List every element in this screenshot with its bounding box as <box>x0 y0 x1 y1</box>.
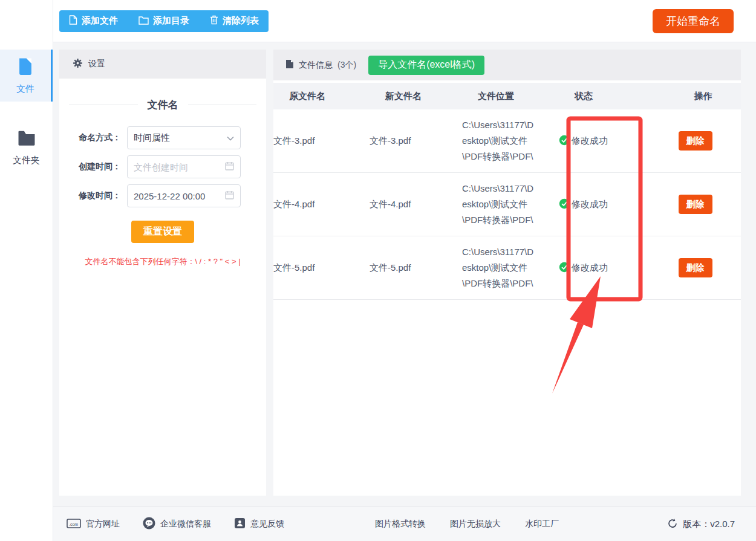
start-rename-button[interactable]: 开始重命名 <box>653 9 734 33</box>
status-badge: 修改成功 <box>559 198 650 211</box>
creation-time-label: 创建时间： <box>79 161 121 172</box>
gear-icon <box>73 58 83 70</box>
section-title: 文件名 <box>148 98 178 112</box>
check-circle-icon <box>559 135 570 147</box>
wechat-service-link[interactable]: 企业微信客服 <box>143 517 211 531</box>
col-header-status: 状态 <box>575 91 665 102</box>
settings-panel-header: 设置 <box>59 50 266 79</box>
file-location: C:\Users\31177\Desktop\测试文件\PDF转换器\PDF\ <box>462 117 535 164</box>
new-filename: 文件-5.pdf <box>370 262 462 274</box>
col-header-location: 文件位置 <box>478 91 575 102</box>
import-filenames-button[interactable]: 导入文件名(excel格式) <box>368 56 484 75</box>
file-info-header: 文件信息 (3个) 导入文件名(excel格式) <box>273 50 741 80</box>
table-row: 文件-4.pdf 文件-4.pdf C:\Users\31177\Desktop… <box>273 173 741 236</box>
file-location: C:\Users\31177\Desktop\测试文件\PDF转换器\PDF\ <box>462 244 535 291</box>
content-column: 添加文件 添加目录 清除列表 <box>53 0 756 541</box>
original-filename: 文件-5.pdf <box>273 262 370 274</box>
image-upscale-link[interactable]: 图片无损放大 <box>450 519 501 530</box>
wechat-service-icon <box>143 517 155 531</box>
col-header-action: 操作 <box>665 91 741 102</box>
calendar-icon[interactable] <box>225 190 234 202</box>
modified-time-input[interactable] <box>134 191 221 201</box>
file-table-panel: 文件信息 (3个) 导入文件名(excel格式) 原文件名 新文件名 文件位置 … <box>273 50 741 496</box>
toolbar-button-group: 添加文件 添加目录 清除列表 <box>59 10 269 32</box>
add-file-button[interactable]: 添加文件 <box>69 15 118 27</box>
modified-time-field <box>127 184 241 207</box>
naming-method-select[interactable]: 时间属性 <box>127 126 241 149</box>
file-icon <box>15 56 36 79</box>
feedback-icon <box>234 517 246 531</box>
refresh-icon[interactable] <box>667 518 678 531</box>
top-toolbar: 添加文件 添加目录 清除列表 <box>53 0 756 42</box>
reset-settings-button[interactable]: 重置设置 <box>131 221 194 243</box>
footer: .com 官方网址 <box>53 507 756 541</box>
folder-icon <box>138 16 149 27</box>
filename-warning-text: 文件名不能包含下列任何字符：\ / : * ? " < > | <box>59 256 266 267</box>
status-badge: 修改成功 <box>559 262 650 274</box>
original-filename: 文件-3.pdf <box>273 135 370 147</box>
clear-list-button[interactable]: 清除列表 <box>210 15 259 27</box>
status-badge: 修改成功 <box>559 135 650 147</box>
folder-icon <box>16 128 37 151</box>
settings-body: 文件名 命名方式： 时间属性 <box>59 79 266 267</box>
filename-section-heading: 文件名 <box>69 98 256 112</box>
image-convert-link[interactable]: 图片格式转换 <box>375 519 426 530</box>
footer-tool-links: 图片格式转换 图片无损放大 水印工厂 <box>375 519 559 530</box>
settings-panel: 设置 文件名 命名方式： 时间属性 <box>59 50 266 496</box>
add-directory-button[interactable]: 添加目录 <box>138 15 189 27</box>
table-header-row: 原文件名 新文件名 文件位置 状态 操作 <box>273 83 741 109</box>
check-circle-icon <box>559 198 570 211</box>
file-info-label: 文件信息 <box>299 60 333 71</box>
creation-time-input[interactable] <box>134 162 221 172</box>
delete-button[interactable]: 删除 <box>679 258 712 277</box>
new-filename: 文件-4.pdf <box>370 199 462 210</box>
trash-icon <box>210 15 218 27</box>
naming-method-label: 命名方式： <box>79 132 121 143</box>
delete-button[interactable]: 删除 <box>679 195 712 214</box>
version-info: 版本：v2.0.7 <box>667 518 735 531</box>
sidebar: 文件 文件夹 <box>0 0 53 541</box>
divider <box>188 105 257 105</box>
modified-time-row: 修改时间： <box>59 184 266 207</box>
footer-left-links: .com 官方网址 <box>67 517 284 531</box>
file-icon <box>69 15 77 27</box>
col-header-new: 新文件名 <box>385 91 478 102</box>
table-row: 文件-5.pdf 文件-5.pdf C:\Users\31177\Desktop… <box>273 236 741 300</box>
delete-button[interactable]: 删除 <box>679 131 712 151</box>
modified-time-label: 修改时间： <box>79 190 121 201</box>
watermark-factory-link[interactable]: 水印工厂 <box>525 519 559 530</box>
file-location: C:\Users\31177\Desktop\测试文件\PDF转换器\PDF\ <box>462 181 535 228</box>
creation-time-row: 创建时间： <box>59 155 266 178</box>
chevron-down-icon <box>227 132 234 143</box>
new-filename: 文件-3.pdf <box>370 135 462 147</box>
divider <box>69 105 138 105</box>
sidebar-item-file[interactable]: 文件 <box>0 50 53 102</box>
original-filename: 文件-4.pdf <box>273 199 370 210</box>
version-text: 版本：v2.0.7 <box>683 519 735 530</box>
website-icon: .com <box>67 518 81 531</box>
creation-time-field <box>127 155 241 178</box>
check-circle-icon <box>559 262 570 274</box>
sidebar-item-label: 文件夹 <box>13 155 40 166</box>
file-count: (3个) <box>337 60 356 71</box>
app-window: 文件 文件夹 添加文件 <box>0 0 756 541</box>
col-header-original: 原文件名 <box>289 91 385 102</box>
main-area: 设置 文件名 命名方式： 时间属性 <box>53 42 756 507</box>
document-icon <box>285 59 294 71</box>
official-site-link[interactable]: .com 官方网址 <box>67 518 120 531</box>
file-table: 原文件名 新文件名 文件位置 状态 操作 文件-3.pdf 文件-3.pdf C… <box>273 83 741 300</box>
table-row: 文件-3.pdf 文件-3.pdf C:\Users\31177\Desktop… <box>273 109 741 173</box>
svg-text:.com: .com <box>69 522 78 526</box>
sidebar-item-folder[interactable]: 文件夹 <box>0 121 53 173</box>
sidebar-item-label: 文件 <box>16 83 34 95</box>
feedback-link[interactable]: 意见反馈 <box>234 517 284 531</box>
settings-title: 设置 <box>88 59 105 70</box>
naming-method-row: 命名方式： 时间属性 <box>59 126 266 149</box>
calendar-icon[interactable] <box>225 161 234 173</box>
